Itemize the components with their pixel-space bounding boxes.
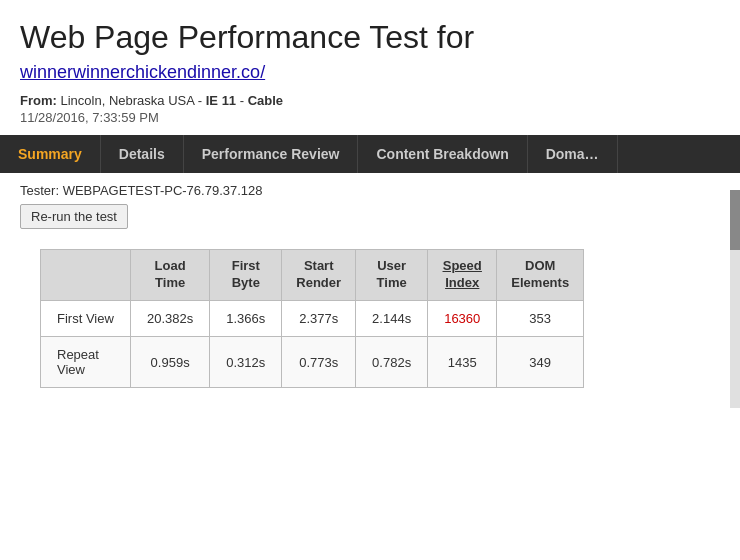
nav-item-domains[interactable]: Doma… [528, 135, 618, 173]
table-row: First View 20.382s 1.366s 2.377s 2.144s … [41, 301, 584, 337]
cell-first-view-speed-index: 16360 [428, 301, 497, 337]
col-header-dom-elements: DOMElements [497, 250, 584, 301]
nav-item-content-breakdown[interactable]: Content Breakdown [358, 135, 527, 173]
row-label-first-view: First View [41, 301, 131, 337]
row-label-repeat-view: RepeatView [41, 337, 131, 388]
browser-value: IE 11 [206, 93, 236, 108]
page-url-link[interactable]: winnerwinnerchickendinner.co/ [20, 62, 720, 83]
nav-item-details[interactable]: Details [101, 135, 184, 173]
cell-first-view-start-render: 2.377s [282, 301, 356, 337]
cell-repeat-view-first-byte: 0.312s [210, 337, 282, 388]
cell-repeat-view-dom-elements: 349 [497, 337, 584, 388]
tester-prefix: Tester: [20, 183, 63, 198]
table-row: RepeatView 0.959s 0.312s 0.773s 0.782s 1… [41, 337, 584, 388]
row-label-header [41, 250, 131, 301]
rerun-test-button[interactable]: Re-run the test [20, 204, 128, 229]
perf-table-wrapper: LoadTime FirstByte StartRender UserTime … [40, 249, 720, 388]
cell-first-view-first-byte: 1.366s [210, 301, 282, 337]
scrollbar-thumb[interactable] [730, 190, 740, 250]
page-wrapper: Web Page Performance Test for winnerwinn… [0, 0, 740, 408]
cell-repeat-view-load-time: 0.959s [131, 337, 210, 388]
cell-first-view-user-time: 2.144s [356, 301, 428, 337]
connection-value: Cable [248, 93, 283, 108]
tester-info: Tester: WEBPAGETEST-PC-76.79.37.128 [20, 183, 720, 198]
separator1: - [198, 93, 206, 108]
col-header-first-byte: FirstByte [210, 250, 282, 301]
from-label: From: [20, 93, 57, 108]
col-header-load-time: LoadTime [131, 250, 210, 301]
cell-first-view-load-time: 20.382s [131, 301, 210, 337]
cell-repeat-view-speed-index: 1435 [428, 337, 497, 388]
nav-item-summary[interactable]: Summary [0, 135, 101, 173]
content-area: Tester: WEBPAGETEST-PC-76.79.37.128 Re-r… [0, 173, 740, 408]
performance-table: LoadTime FirstByte StartRender UserTime … [40, 249, 584, 388]
cell-repeat-view-user-time: 0.782s [356, 337, 428, 388]
header-section: Web Page Performance Test for winnerwinn… [0, 0, 740, 135]
separator2: - [240, 93, 248, 108]
tester-value: WEBPAGETEST-PC-76.79.37.128 [63, 183, 263, 198]
page-title: Web Page Performance Test for [20, 18, 720, 56]
col-header-start-render: StartRender [282, 250, 356, 301]
test-info: From: Lincoln, Nebraska USA - IE 11 - Ca… [20, 93, 720, 108]
from-value: Lincoln, Nebraska USA [60, 93, 194, 108]
cell-repeat-view-start-render: 0.773s [282, 337, 356, 388]
test-timestamp: 11/28/2016, 7:33:59 PM [20, 110, 720, 125]
nav-bar: Summary Details Performance Review Conte… [0, 135, 740, 173]
col-header-speed-index: SpeedIndex [428, 250, 497, 301]
nav-item-performance-review[interactable]: Performance Review [184, 135, 359, 173]
col-header-user-time: UserTime [356, 250, 428, 301]
cell-first-view-dom-elements: 353 [497, 301, 584, 337]
